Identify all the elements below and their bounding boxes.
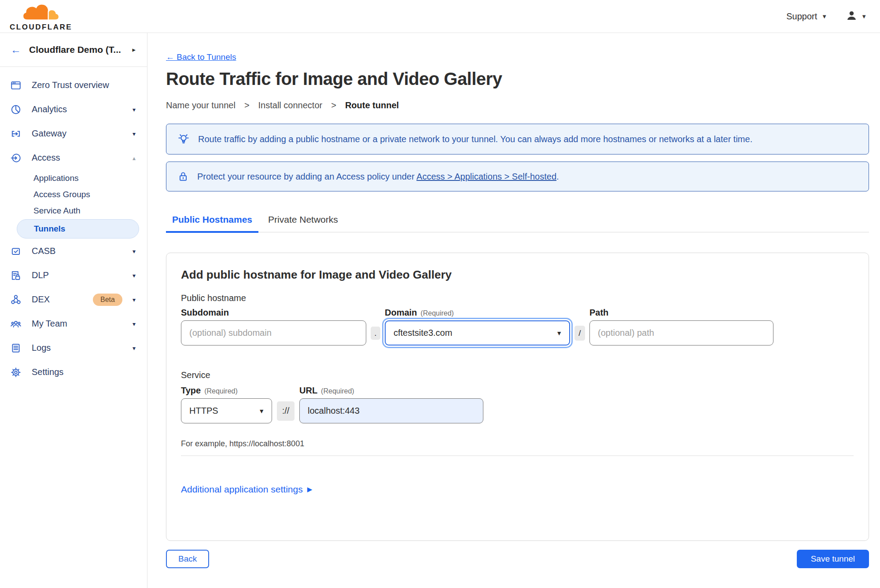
sidebar-item-label: Analytics bbox=[32, 104, 122, 114]
lightbulb-icon bbox=[177, 132, 190, 146]
step-route-tunnel: Route tunnel bbox=[345, 100, 399, 110]
sidebar-item-access-groups[interactable]: Access Groups bbox=[0, 186, 147, 202]
domain-select[interactable]: cftestsite3.com ▼ bbox=[385, 320, 570, 345]
tip-banner: Route traffic by adding a public hostnam… bbox=[166, 124, 869, 154]
dot-separator: . bbox=[371, 327, 380, 340]
sidebar-item-label: Access Groups bbox=[33, 190, 90, 199]
tip-banner-text: Route traffic by adding a public hostnam… bbox=[198, 134, 752, 144]
service-group-label: Service bbox=[181, 370, 854, 380]
sidebar-item-settings[interactable]: Settings bbox=[0, 360, 147, 384]
sidebar-item-my-team[interactable]: My Team ▾ bbox=[0, 312, 147, 336]
url-example-hint: For example, https://localhost:8001 bbox=[181, 439, 854, 448]
required-hint: (Required) bbox=[420, 309, 454, 317]
chevron-down-icon: ▾ bbox=[133, 296, 136, 303]
save-tunnel-button[interactable]: Save tunnel bbox=[797, 550, 869, 568]
chevron-down-icon: ▾ bbox=[133, 272, 136, 279]
path-input[interactable] bbox=[589, 320, 773, 345]
page-title: Route Traffic for Image and Video Galler… bbox=[166, 69, 869, 89]
type-label: Type(Required) bbox=[181, 386, 272, 396]
sidebar-item-logs[interactable]: Logs ▾ bbox=[0, 336, 147, 360]
sidebar-item-label: Tunnels bbox=[34, 224, 65, 234]
sidebar-item-label: Zero Trust overview bbox=[32, 80, 136, 90]
sidebar-item-label: Settings bbox=[32, 367, 136, 377]
sidebar-item-analytics[interactable]: Analytics ▾ bbox=[0, 97, 147, 121]
sidebar-item-service-auth[interactable]: Service Auth bbox=[0, 202, 147, 219]
sidebar-item-gateway[interactable]: Gateway ▾ bbox=[0, 121, 147, 146]
back-arrow-icon[interactable]: ← bbox=[11, 44, 21, 56]
chevron-down-icon: ▾ bbox=[133, 320, 136, 327]
protect-banner-text: Protect your resource by adding an Acces… bbox=[197, 172, 559, 182]
tunnels-selected-pill[interactable]: Tunnels bbox=[17, 219, 139, 239]
sidebar-item-label: Applications bbox=[33, 173, 78, 183]
cloudflare-logo: CLOUDFLARE bbox=[10, 2, 72, 31]
service-labels-row: Type(Required) URL(Required) bbox=[181, 386, 854, 396]
service-type-value: HTTPS bbox=[189, 406, 218, 416]
public-hostname-group-label: Public hostname bbox=[181, 293, 854, 303]
service-type-select[interactable]: HTTPS ▼ bbox=[181, 398, 272, 423]
sidebar-item-label: Access bbox=[32, 153, 122, 163]
top-bar: CLOUDFLARE Support ▼ ▼ bbox=[0, 0, 880, 33]
beta-badge: Beta bbox=[93, 294, 122, 306]
cloudflare-cloud-icon bbox=[22, 2, 60, 23]
chevron-down-icon: ▾ bbox=[133, 248, 136, 255]
account-switcher: ← Cloudflare Demo (T... ▸ bbox=[0, 33, 147, 67]
protect-banner: Protect your resource by adding an Acces… bbox=[166, 162, 869, 191]
user-avatar-icon bbox=[846, 10, 858, 23]
additional-application-settings-toggle[interactable]: Additional application settings ▶ bbox=[181, 484, 854, 495]
overview-window-icon bbox=[10, 80, 22, 91]
service-url-input[interactable] bbox=[299, 398, 483, 423]
sidebar-item-dlp[interactable]: DLP ▾ bbox=[0, 263, 147, 287]
subdomain-label: Subdomain bbox=[181, 308, 366, 318]
back-button[interactable]: Back bbox=[166, 550, 209, 568]
gear-icon bbox=[10, 367, 22, 378]
hostname-labels-row: Subdomain Domain(Required) Path bbox=[181, 308, 854, 318]
sidebar-item-access[interactable]: Access ▴ bbox=[0, 146, 147, 170]
service-inputs-row: HTTPS ▼ :// bbox=[181, 398, 854, 423]
sidebar-item-label: CASB bbox=[32, 246, 122, 256]
sidebar-item-label: Service Auth bbox=[33, 206, 81, 216]
tab-public-hostnames[interactable]: Public Hostnames bbox=[166, 214, 258, 233]
sidebar-item-casb[interactable]: CASB ▾ bbox=[0, 239, 147, 263]
step-separator: > bbox=[244, 100, 250, 110]
hostname-inputs-row: . cftestsite3.com ▼ / bbox=[181, 320, 854, 345]
chevron-down-icon: ▾ bbox=[133, 106, 136, 113]
step-name-your-tunnel[interactable]: Name your tunnel bbox=[166, 100, 236, 110]
sidebar-item-zero-trust-overview[interactable]: Zero Trust overview bbox=[0, 73, 147, 97]
chevron-right-icon[interactable]: ▸ bbox=[132, 46, 136, 54]
topbar-actions: Support ▼ ▼ bbox=[786, 10, 867, 23]
sidebar-item-dex[interactable]: DEX Beta ▾ bbox=[0, 287, 147, 312]
gateway-icon bbox=[10, 128, 22, 140]
analytics-pie-icon bbox=[10, 104, 22, 115]
tab-private-networks[interactable]: Private Networks bbox=[262, 214, 344, 233]
lock-icon bbox=[177, 170, 189, 183]
chevron-down-icon: ▾ bbox=[133, 130, 136, 137]
subdomain-input[interactable] bbox=[181, 320, 366, 345]
back-to-tunnels-link[interactable]: ← Back to Tunnels bbox=[166, 52, 236, 62]
sidebar-item-label: Logs bbox=[32, 343, 122, 353]
access-applications-selfhosted-link[interactable]: Access > Applications > Self-hosted bbox=[416, 172, 556, 181]
chevron-down-icon: ▼ bbox=[861, 13, 867, 20]
wizard-footer: Back Save tunnel bbox=[166, 550, 869, 568]
sidebar-item-tunnels[interactable]: Tunnels bbox=[0, 219, 147, 239]
access-icon bbox=[10, 152, 22, 164]
sidebar-item-label: DLP bbox=[32, 270, 122, 280]
account-name: Cloudflare Demo (T... bbox=[29, 44, 124, 55]
expand-right-icon: ▶ bbox=[307, 485, 313, 493]
scheme-separator: :// bbox=[277, 401, 295, 421]
chevron-up-icon: ▴ bbox=[133, 154, 136, 162]
chevron-down-icon: ▾ bbox=[133, 345, 136, 352]
user-menu-button[interactable]: ▼ bbox=[846, 10, 867, 23]
step-install-connector[interactable]: Install connector bbox=[258, 100, 323, 110]
support-menu-button[interactable]: Support ▼ bbox=[786, 11, 827, 22]
cloudflare-wordmark: CLOUDFLARE bbox=[10, 23, 72, 31]
dex-network-icon bbox=[10, 294, 22, 305]
wizard-steps: Name your tunnel > Install connector > R… bbox=[166, 100, 869, 110]
card-heading: Add public hostname for Image and Video … bbox=[181, 268, 854, 282]
domain-selected-value: cftestsite3.com bbox=[394, 328, 452, 338]
casb-icon bbox=[10, 246, 22, 257]
sidebar: ← Cloudflare Demo (T... ▸ Zero Trust ove… bbox=[0, 33, 147, 588]
sidebar-item-applications[interactable]: Applications bbox=[0, 170, 147, 186]
support-label: Support bbox=[786, 11, 817, 22]
sidebar-item-label: Gateway bbox=[32, 129, 122, 139]
main-content: ← Back to Tunnels Route Traffic for Imag… bbox=[147, 33, 880, 588]
